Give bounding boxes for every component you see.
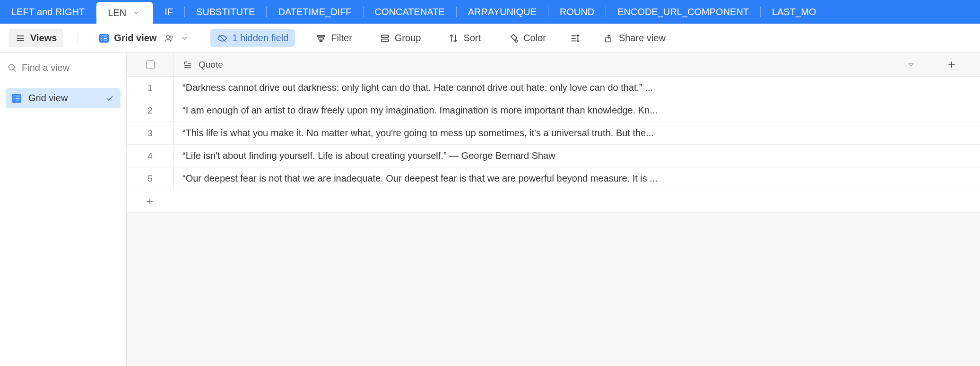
color-label: Color xyxy=(523,33,546,44)
tab-datetimediff[interactable]: DATETIME_DIFF xyxy=(267,0,363,24)
svg-point-10 xyxy=(167,35,170,38)
svg-point-24 xyxy=(9,64,15,70)
sort-icon xyxy=(448,33,459,44)
tab-arrayunique[interactable]: ARRAYUNIQUE xyxy=(457,0,548,24)
svg-marker-36 xyxy=(909,63,913,66)
cell-empty xyxy=(923,167,980,190)
svg-point-11 xyxy=(170,36,173,38)
row-number[interactable]: 2 xyxy=(127,99,174,122)
tab-concatenate[interactable]: CONCATENATE xyxy=(364,0,456,24)
hidden-fields-label: 1 hidden field xyxy=(232,33,288,44)
svg-rect-30 xyxy=(16,98,20,99)
svg-marker-12 xyxy=(182,37,187,39)
grid-icon xyxy=(11,93,22,104)
table-tabs: LEFT and RIGHT LEN IF SUBSTITUTE DATETIM… xyxy=(0,0,980,24)
grid-header-row: Quote xyxy=(127,53,980,77)
sort-label: Sort xyxy=(463,33,481,44)
sidebar-view-label: Grid view xyxy=(28,93,68,104)
data-grid: Quote 1 “Darkness cannot drive out darkn… xyxy=(127,53,980,366)
svg-rect-9 xyxy=(104,40,108,41)
row-number[interactable]: 3 xyxy=(127,122,174,144)
check-icon xyxy=(104,93,115,104)
filter-button[interactable]: Filter xyxy=(309,29,358,47)
find-view-input[interactable] xyxy=(22,62,119,73)
main-area: Grid view Quote xyxy=(0,53,980,366)
menu-icon xyxy=(15,33,26,44)
grid-view-button[interactable]: Grid view xyxy=(92,29,196,47)
plus-icon xyxy=(946,60,957,70)
svg-point-19 xyxy=(515,40,517,42)
group-icon xyxy=(380,33,390,44)
cell-quote[interactable]: “Life isn't about finding yourself. Life… xyxy=(174,145,923,167)
svg-rect-18 xyxy=(381,39,388,41)
share-view-button[interactable]: Share view xyxy=(597,29,672,47)
table-row[interactable]: 1 “Darkness cannot drive out darkness: o… xyxy=(127,77,980,99)
paint-icon xyxy=(508,33,519,44)
group-button[interactable]: Group xyxy=(373,29,428,47)
row-number[interactable]: 4 xyxy=(127,145,174,167)
views-toggle-button[interactable]: Views xyxy=(9,29,63,47)
share-label: Share view xyxy=(619,33,666,44)
row-number[interactable]: 5 xyxy=(127,167,174,190)
svg-rect-31 xyxy=(13,100,15,101)
svg-rect-14 xyxy=(318,35,325,37)
cell-quote[interactable]: “Our deepest fear is not that we are ina… xyxy=(174,167,923,190)
filter-label: Filter xyxy=(331,33,352,44)
select-all-checkbox[interactable] xyxy=(146,61,155,69)
column-header-quote[interactable]: Quote xyxy=(174,53,923,76)
svg-rect-8 xyxy=(101,40,103,41)
cell-quote[interactable]: “This life is what you make it. No matte… xyxy=(174,122,923,144)
people-icon[interactable] xyxy=(164,33,174,44)
svg-rect-23 xyxy=(605,38,611,42)
svg-line-25 xyxy=(14,69,16,71)
sort-button[interactable]: Sort xyxy=(442,29,487,47)
views-label: Views xyxy=(30,33,57,44)
grid-empty-area xyxy=(127,213,980,366)
add-row-button[interactable] xyxy=(127,190,980,213)
table-row[interactable]: 2 “I am enough of an artist to draw free… xyxy=(127,99,980,122)
tab-encodeurl[interactable]: ENCODE_URL_COMPONENT xyxy=(606,0,760,24)
tab-round[interactable]: ROUND xyxy=(548,0,606,24)
svg-rect-16 xyxy=(320,40,322,42)
add-field-button[interactable] xyxy=(923,53,980,76)
tab-if[interactable]: IF xyxy=(153,0,184,24)
long-text-icon xyxy=(182,60,193,70)
svg-rect-28 xyxy=(16,96,20,97)
tab-len[interactable]: LEN xyxy=(96,2,153,24)
group-label: Group xyxy=(395,33,421,44)
svg-rect-7 xyxy=(104,38,108,39)
table-row[interactable]: 5 “Our deepest fear is not that we are i… xyxy=(127,167,980,190)
select-all-cell[interactable] xyxy=(127,53,174,76)
svg-rect-27 xyxy=(13,96,15,97)
row-number[interactable]: 1 xyxy=(127,77,174,99)
tab-substitute[interactable]: SUBSTITUTE xyxy=(185,0,266,24)
svg-rect-6 xyxy=(101,38,103,39)
svg-rect-4 xyxy=(101,35,103,37)
sidebar-view-grid[interactable]: Grid view xyxy=(6,88,121,108)
row-height-icon xyxy=(570,33,580,44)
tab-lastmo[interactable]: LAST_MO xyxy=(761,0,827,24)
chevron-down-icon[interactable] xyxy=(131,8,141,18)
hidden-fields-button[interactable]: 1 hidden field xyxy=(210,29,295,47)
row-height-button[interactable] xyxy=(567,29,583,47)
cell-quote[interactable]: “I am enough of an artist to draw freely… xyxy=(174,99,923,122)
color-button[interactable]: Color xyxy=(502,29,553,47)
tab-left-right[interactable]: LEFT and RIGHT xyxy=(0,0,96,24)
cell-quote[interactable]: “Darkness cannot drive out darkness: onl… xyxy=(174,77,923,99)
plus-icon xyxy=(145,196,155,207)
cell-empty xyxy=(923,122,980,144)
chevron-down-icon[interactable] xyxy=(906,60,916,70)
view-toolbar: Views Grid view 1 hidden field Filter Gr… xyxy=(0,24,980,53)
svg-rect-17 xyxy=(381,35,388,37)
table-row[interactable]: 3 “This life is what you make it. No mat… xyxy=(127,122,980,145)
chevron-down-icon[interactable] xyxy=(179,33,190,44)
cell-empty xyxy=(923,77,980,99)
share-icon xyxy=(604,33,614,44)
views-sidebar: Grid view xyxy=(0,53,127,366)
grid-view-label: Grid view xyxy=(114,33,156,44)
find-view-search[interactable] xyxy=(6,59,121,82)
table-row[interactable]: 4 “Life isn't about finding yourself. Li… xyxy=(127,145,980,167)
column-header-label: Quote xyxy=(199,60,223,70)
filter-icon xyxy=(316,33,326,44)
toolbar-separator xyxy=(78,32,78,45)
